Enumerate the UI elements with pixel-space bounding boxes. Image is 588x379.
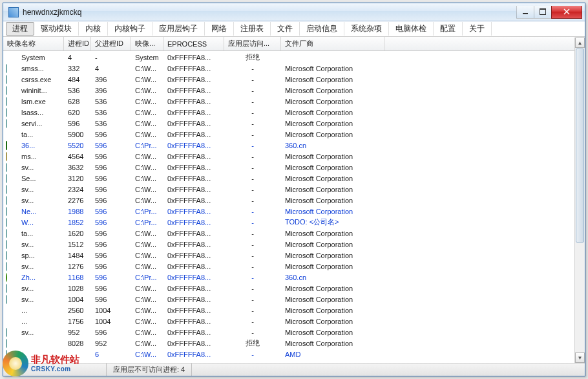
process-icon (6, 284, 7, 293)
cell-access: - (224, 107, 281, 118)
cell-vendor: Microsoft Corporation (281, 283, 384, 294)
column-header-1[interactable]: 进程ID (64, 37, 91, 50)
status-pane-2: 应用层不可访问进程: 4 (107, 363, 192, 376)
cell-access: - (224, 305, 281, 316)
table-row[interactable]: 6C:\W...0xFFFFFA8...-AMD (3, 349, 574, 360)
column-header-4[interactable]: EPROCESS (163, 37, 224, 50)
table-row[interactable]: ...25601004C:\W...0xFFFFFA8...-Microsoft… (3, 305, 574, 316)
maximize-button[interactable] (534, 6, 552, 19)
cell-pid: 5520 (64, 140, 91, 151)
cell-image-name: sv... (17, 184, 64, 195)
menu-item-10[interactable]: 电脑体检 (389, 22, 434, 36)
cell-pid: 1512 (64, 239, 91, 250)
process-icon (6, 218, 7, 227)
process-grid[interactable]: System4-System0xFFFFFA8...拒绝smss...3324C… (3, 52, 574, 363)
table-row[interactable]: lsass...620536C:\W...0xFFFFFA8...-Micros… (3, 107, 574, 118)
cell-image-name: ta... (17, 129, 64, 140)
cell-vendor: Microsoft Corporation (281, 129, 384, 140)
menu-item-9[interactable]: 系统杂项 (344, 22, 389, 36)
menu-item-11[interactable]: 配置 (434, 22, 463, 36)
cell-image-name: sv... (17, 162, 64, 173)
cell-vendor: Microsoft Corporation (281, 118, 384, 129)
table-row[interactable]: sv...2276596C:\W...0xFFFFFA8...-Microsof… (3, 195, 574, 206)
cell-access: - (224, 283, 281, 294)
table-row[interactable]: Ne...1988596C:\Pr...0xFFFFFA8...-Microso… (3, 206, 574, 217)
process-icon (6, 163, 7, 172)
titlebar[interactable]: henwdnxzjkmckq (3, 3, 585, 21)
cell-pid: 2276 (64, 195, 91, 206)
cell-path: C:\W... (131, 195, 163, 206)
menu-item-6[interactable]: 注册表 (234, 22, 271, 36)
table-row[interactable]: ...17561004C:\W...0xFFFFFA8...-Microsoft… (3, 316, 574, 327)
cell-vendor: Microsoft Corporation (281, 107, 384, 118)
cell-pid: 628 (64, 96, 91, 107)
table-row[interactable]: System4-System0xFFFFFA8...拒绝 (3, 52, 574, 63)
cell-pid: 1168 (64, 272, 91, 283)
table-row[interactable]: sv...2324596C:\W...0xFFFFFA8...-Microsof… (3, 184, 574, 195)
cell-path: C:\W... (131, 327, 163, 338)
cell-eprocess: 0xFFFFFA8... (163, 74, 224, 85)
minimize-button[interactable] (516, 6, 534, 19)
cell-path: C:\Pr... (131, 206, 163, 217)
cell-path: C:\W... (131, 85, 163, 96)
table-row[interactable]: sv...1004596C:\W...0xFFFFFA8...-Microsof… (3, 294, 574, 305)
table-row[interactable]: sv...1276596C:\W...0xFFFFFA8...-Microsof… (3, 261, 574, 272)
vertical-scrollbar[interactable]: ▲ ▼ (574, 38, 585, 363)
column-header-3[interactable]: 映像... (131, 37, 163, 50)
menu-item-0[interactable]: 进程 (6, 22, 34, 36)
table-row[interactable]: ta...5900596C:\W...0xFFFFFA8...-Microsof… (3, 129, 574, 140)
cell-parent-pid: 1004 (91, 305, 131, 316)
cell-access: - (224, 96, 281, 107)
cell-pid: 1484 (64, 250, 91, 261)
menu-item-7[interactable]: 文件 (271, 22, 300, 36)
cell-path: C:\W... (131, 228, 163, 239)
menu-item-12[interactable]: 关于 (463, 22, 492, 36)
cell-image-name: ms... (17, 151, 64, 162)
table-row[interactable]: sv...3632596C:\W...0xFFFFFA8...-Microsof… (3, 162, 574, 173)
table-row[interactable]: Zh...1168596C:\Pr...0xFFFFFA8...-360.cn (3, 272, 574, 283)
table-row[interactable]: smss...3324C:\W...0xFFFFFA8...-Microsoft… (3, 63, 574, 74)
cell-parent-pid: 596 (91, 217, 131, 228)
table-row[interactable]: W...1852596C:\Pr...0xFFFFFA8...-TODO: <公… (3, 217, 574, 228)
table-row[interactable]: 8028952C:\W...0xFFFFFA8...拒绝Microsoft Co… (3, 338, 574, 349)
scroll-up-button[interactable]: ▲ (575, 38, 585, 48)
menu-item-8[interactable]: 启动信息 (300, 22, 344, 36)
cell-path: C:\Pr... (131, 272, 163, 283)
table-row[interactable]: csrss.exe484396C:\W...0xFFFFFA8...-Micro… (3, 74, 574, 85)
column-header-5[interactable]: 应用层访问... (224, 37, 281, 50)
process-icon (6, 240, 7, 249)
cell-image-name: ... (17, 305, 64, 316)
menu-item-2[interactable]: 内核 (79, 22, 108, 36)
table-row[interactable]: sp...1484596C:\W...0xFFFFFA8...-Microsof… (3, 250, 574, 261)
window-title: henwdnxzjkmckq (23, 8, 517, 17)
scroll-thumb[interactable] (576, 49, 584, 243)
column-header-2[interactable]: 父进程ID (91, 37, 131, 50)
cell-eprocess: 0xFFFFFA8... (163, 261, 224, 272)
menu-item-5[interactable]: 网络 (205, 22, 234, 36)
cell-path: C:\W... (131, 305, 163, 316)
table-row[interactable]: 36...5520596C:\Pr...0xFFFFFA8...-360.cn (3, 140, 574, 151)
table-row[interactable]: servi...596536C:\W...0xFFFFFA8...-Micros… (3, 118, 574, 129)
table-row[interactable]: wininit...536396C:\W...0xFFFFFA8...-Micr… (3, 85, 574, 96)
menu-item-3[interactable]: 内核钩子 (108, 22, 152, 36)
column-header-6[interactable]: 文件厂商 (281, 37, 384, 50)
table-row[interactable]: lsm.exe628536C:\W...0xFFFFFA8...-Microso… (3, 96, 574, 107)
table-row[interactable]: ms...4564596C:\W...0xFFFFFA8...-Microsof… (3, 151, 574, 162)
cell-parent-pid: 396 (91, 74, 131, 85)
close-button[interactable] (551, 6, 582, 19)
table-row[interactable]: sv...1512596C:\W...0xFFFFFA8...-Microsof… (3, 239, 574, 250)
menu-item-1[interactable]: 驱动模块 (34, 22, 79, 36)
window-controls (517, 6, 582, 19)
scroll-down-button[interactable]: ▼ (575, 352, 585, 363)
table-row[interactable]: sv...1028596C:\W...0xFFFFFA8...-Microsof… (3, 283, 574, 294)
column-header-0[interactable]: 映像名称 (3, 37, 64, 50)
table-row[interactable]: ta...1620596C:\W...0xFFFFFA8...-Microsof… (3, 228, 574, 239)
table-row[interactable]: Se...3120596C:\W...0xFFFFFA8...-Microsof… (3, 173, 574, 184)
cell-image-name (17, 349, 64, 360)
cell-pid: 5900 (64, 129, 91, 140)
table-row[interactable]: sv...952596C:\W...0xFFFFFA8...-Microsoft… (3, 327, 574, 338)
cell-vendor: Microsoft Corporation (281, 261, 384, 272)
cell-vendor: Microsoft Corporation (281, 239, 384, 250)
cell-eprocess: 0xFFFFFA8... (163, 173, 224, 184)
menu-item-4[interactable]: 应用层钩子 (152, 22, 205, 36)
